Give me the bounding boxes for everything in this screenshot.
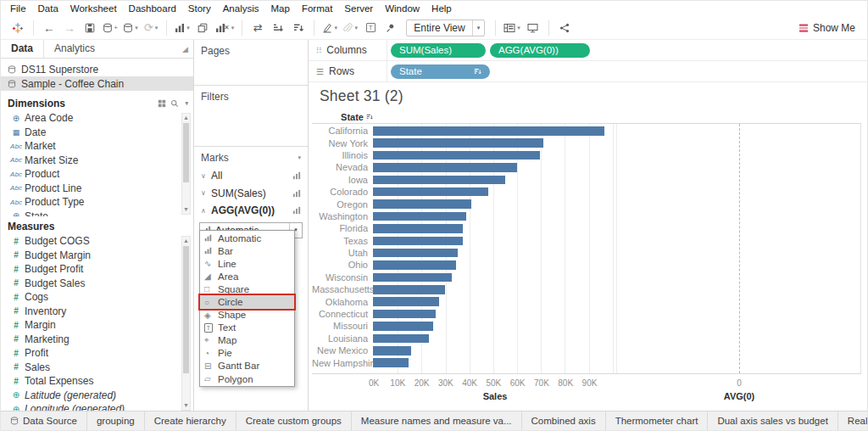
bar[interactable]	[373, 358, 409, 367]
share-workbook-button[interactable]	[557, 19, 572, 37]
field-market-size[interactable]: AbcMarket Size	[1, 154, 193, 168]
filters-card[interactable]: Filters	[194, 86, 308, 147]
sheet-tab-thermometer-chart[interactable]: Thermometer chart	[606, 411, 709, 430]
field-latitude-generated[interactable]: ⊕Latitude (generated)	[1, 389, 193, 403]
data-source-ds11-superstore[interactable]: DS11 Superstore	[1, 62, 193, 76]
field-inventory[interactable]: #Inventory	[1, 305, 193, 319]
field-cogs[interactable]: #Cogs	[1, 290, 193, 305]
mark-type-bar[interactable]: Bar	[200, 244, 294, 257]
dimensions-scrollbar[interactable]: ▲ ▼	[181, 113, 191, 215]
bar[interactable]	[373, 176, 505, 185]
menu-format[interactable]: Format	[296, 1, 338, 16]
bar[interactable]	[373, 188, 488, 197]
show-hide-cards-button[interactable]: ▾	[504, 19, 520, 37]
fit-selector[interactable]: Entire View ▾	[406, 20, 485, 36]
field-market[interactable]: AbcMarket	[1, 139, 193, 154]
mark-type-text[interactable]: TText	[200, 322, 294, 334]
menu-server[interactable]: Server	[338, 1, 379, 16]
sheet-tab-dual-axis-sales-vs-budget[interactable]: Dual axis sales vs budget	[708, 411, 837, 430]
pause-auto-updates-button[interactable]: ▾	[123, 19, 138, 37]
bar[interactable]	[373, 224, 463, 233]
sales-axis-title[interactable]: Sales	[483, 391, 508, 401]
mark-type-square[interactable]: □Square	[200, 283, 294, 295]
field-marketing[interactable]: #Marketing	[1, 333, 193, 347]
bar[interactable]	[373, 310, 436, 319]
pill-sum-sales[interactable]: SUM(Sales)	[391, 43, 486, 58]
avg-axis-title[interactable]: AVG(0)	[724, 391, 754, 401]
undo-button[interactable]: ←	[42, 19, 57, 37]
chevron-down-icon[interactable]: ▾	[472, 20, 485, 36]
sheet-tab-combined-axis[interactable]: Combined axis	[522, 411, 606, 430]
redo-button[interactable]: →	[62, 19, 77, 37]
field-sales[interactable]: #Sales	[1, 361, 193, 375]
duplicate-sheet-button[interactable]	[195, 19, 210, 37]
pane-pin-icon[interactable]: ◢	[182, 45, 193, 53]
new-worksheet-button[interactable]: ▾	[175, 19, 190, 37]
field-state[interactable]: ⊕State	[1, 210, 193, 217]
mark-type-area[interactable]: ◢Area	[200, 270, 294, 283]
sheet-tab-real-thermometer-chart[interactable]: Real thermometer chart	[838, 411, 867, 430]
chevron-down-icon[interactable]: ∨	[201, 172, 211, 180]
columns-shelf[interactable]: ⁝⁝ Columns SUM(Sales)AGG(AVG(0))	[309, 40, 867, 61]
chevron-down-icon[interactable]: ∨	[201, 189, 211, 197]
menu-worksheet[interactable]: Worksheet	[64, 1, 123, 16]
field-product-type[interactable]: AbcProduct Type	[1, 195, 193, 210]
measures-scrollbar[interactable]: ▲ ▼	[181, 236, 191, 411]
bar[interactable]	[373, 126, 604, 136]
sort-descending-button[interactable]	[291, 19, 306, 37]
mark-type-line[interactable]: ∿Line	[200, 257, 294, 270]
show-me-button[interactable]: Show Me	[798, 22, 860, 34]
field-total-expenses[interactable]: #Total Expenses	[1, 374, 193, 389]
field-profit[interactable]: #Profit	[1, 346, 193, 361]
sheet-tab-create-custom-groups[interactable]: Create custom groups	[236, 411, 352, 430]
mark-type-shape[interactable]: ◈Shape	[200, 309, 294, 322]
bar[interactable]	[373, 297, 439, 306]
menu-window[interactable]: Window	[379, 1, 426, 16]
sheet-tab-create-hierarchy[interactable]: Create hierarchy	[145, 411, 236, 430]
mark-type-map[interactable]: ⌖Map	[200, 334, 294, 347]
field-margin[interactable]: #Margin	[1, 318, 193, 333]
tableau-logo-icon[interactable]	[10, 19, 25, 37]
menu-analysis[interactable]: Analysis	[217, 1, 265, 16]
field-budget-sales[interactable]: #Budget Sales	[1, 277, 193, 291]
field-budget-margin[interactable]: #Budget Margin	[1, 249, 193, 263]
field-product-line[interactable]: AbcProduct Line	[1, 182, 193, 196]
menu-help[interactable]: Help	[426, 1, 458, 16]
sort-ascending-button[interactable]	[270, 19, 286, 37]
tab-analytics[interactable]: Analytics	[43, 40, 182, 58]
sheet-tab-measure-names-and-measure-va[interactable]: Measure names and measure va...	[352, 411, 522, 430]
run-auto-updates-button[interactable]: ⟳▾	[143, 19, 159, 37]
view-as-grid-icon[interactable]	[158, 99, 166, 108]
swap-rows-columns-button[interactable]: ⇄	[250, 19, 265, 37]
sort-icon[interactable]	[366, 114, 373, 120]
bar[interactable]	[373, 151, 540, 160]
sort-icon[interactable]	[474, 68, 481, 76]
new-data-source-button[interactable]: +	[103, 19, 118, 37]
sheet-tab-data-source[interactable]: Data Source	[1, 411, 87, 430]
tab-data[interactable]: Data	[1, 40, 43, 58]
pages-card[interactable]: Pages	[194, 40, 308, 86]
mark-type-gantt-bar[interactable]: ⊟Gantt Bar	[200, 360, 294, 372]
bar[interactable]	[373, 322, 433, 331]
chevron-up-icon[interactable]: ∧	[201, 207, 211, 215]
field-area-code[interactable]: ⊕Area Code	[1, 111, 193, 126]
menu-story[interactable]: Story	[182, 1, 217, 16]
clear-sheet-button[interactable]: ✕▾	[215, 19, 234, 37]
marks-section-all[interactable]: ∨All	[194, 167, 308, 185]
mark-type-polygon[interactable]: ▱Polygon	[200, 372, 294, 385]
bar[interactable]	[373, 249, 458, 258]
bar[interactable]	[373, 199, 471, 209]
bar[interactable]	[373, 346, 411, 355]
show-mark-labels-button[interactable]: T	[363, 19, 378, 37]
mark-type-circle[interactable]: ○Circle	[200, 295, 294, 308]
bar[interactable]	[373, 334, 429, 344]
marks-section-agg-avg-0[interactable]: ∧AGG(AVG(0))	[194, 202, 308, 220]
chevron-down-icon[interactable]: ▾	[298, 154, 301, 161]
group-members-button[interactable]: ▾	[342, 19, 358, 37]
bar[interactable]	[373, 273, 452, 283]
data-source-sample-coffee-chain[interactable]: Sample - Coffee Chain	[1, 76, 193, 91]
bar[interactable]	[373, 212, 466, 221]
search-icon[interactable]	[170, 99, 179, 108]
sheet-title[interactable]: Sheet 31 (2)	[320, 87, 403, 105]
field-date[interactable]: ▦Date	[1, 126, 193, 140]
